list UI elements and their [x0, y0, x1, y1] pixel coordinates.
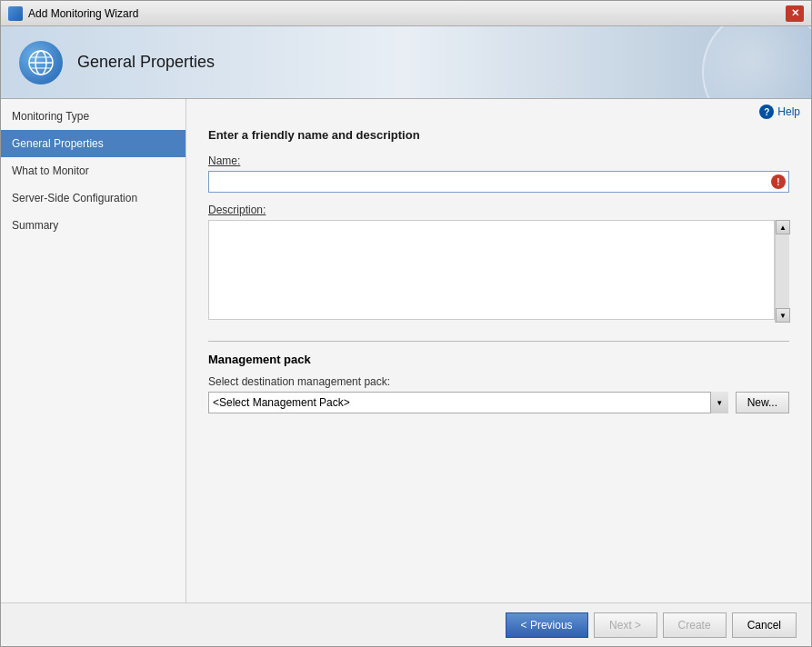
header-panel: General Properties	[1, 26, 811, 99]
help-icon: ?	[759, 105, 774, 119]
help-label: Help	[777, 105, 800, 118]
select-label: Select destination management pack:	[208, 375, 789, 388]
scrollbar-up[interactable]: ▲	[776, 220, 790, 234]
management-pack-select[interactable]: <Select Management Pack>	[208, 392, 728, 413]
name-label: Name:	[208, 154, 789, 167]
help-link[interactable]: ? Help	[759, 105, 800, 119]
sidebar-item-server-side-config[interactable]: Server-Side Configuration	[1, 184, 185, 212]
name-field-wrapper: !	[208, 171, 789, 193]
footer: < Previous Next > Create Cancel	[1, 602, 811, 646]
divider	[208, 341, 789, 342]
new-button[interactable]: New...	[736, 392, 789, 413]
title-bar: Add Monitoring Wizard ✕	[1, 1, 811, 26]
wizard-window: Add Monitoring Wizard ✕ General Properti…	[0, 0, 812, 647]
header-icon	[19, 41, 63, 85]
scrollbar-thumb	[776, 234, 789, 308]
sidebar-item-summary[interactable]: Summary	[1, 212, 185, 239]
header-title: General Properties	[77, 53, 215, 72]
header-icon-circle	[19, 41, 63, 85]
content-area: ? Help Enter a friendly name and descrip…	[186, 99, 811, 602]
create-button[interactable]: Create	[663, 612, 727, 638]
management-pack-title: Management pack	[208, 353, 789, 366]
description-label: Description:	[208, 204, 789, 216]
description-textarea[interactable]	[208, 220, 775, 320]
sidebar: Monitoring Type General Properties What …	[1, 99, 186, 602]
form-panel: Enter a friendly name and description Na…	[186, 124, 811, 602]
globe-icon	[27, 49, 55, 76]
help-bar: ? Help	[186, 99, 811, 124]
cancel-button[interactable]: Cancel	[732, 612, 797, 638]
error-icon: !	[771, 174, 786, 189]
description-wrapper: ▲ ▼	[208, 220, 789, 323]
scrollbar-down[interactable]: ▼	[776, 308, 790, 323]
header-decoration	[702, 26, 811, 99]
section-title: Enter a friendly name and description	[208, 124, 789, 142]
next-button[interactable]: Next >	[594, 612, 657, 638]
previous-button[interactable]: < Previous	[506, 612, 588, 638]
sidebar-item-general-properties[interactable]: General Properties	[1, 130, 185, 157]
scrollbar[interactable]: ▲ ▼	[775, 220, 789, 323]
select-row: <Select Management Pack> ▼ New...	[208, 392, 789, 413]
select-wrapper: <Select Management Pack> ▼	[208, 392, 728, 413]
main-content: Monitoring Type General Properties What …	[1, 99, 811, 602]
sidebar-item-monitoring-type[interactable]: Monitoring Type	[1, 103, 185, 130]
name-input[interactable]	[208, 171, 789, 193]
window-icon	[8, 6, 23, 21]
close-button[interactable]: ✕	[786, 5, 804, 22]
sidebar-item-what-to-monitor[interactable]: What to Monitor	[1, 157, 185, 184]
window-title: Add Monitoring Wizard	[28, 7, 786, 20]
